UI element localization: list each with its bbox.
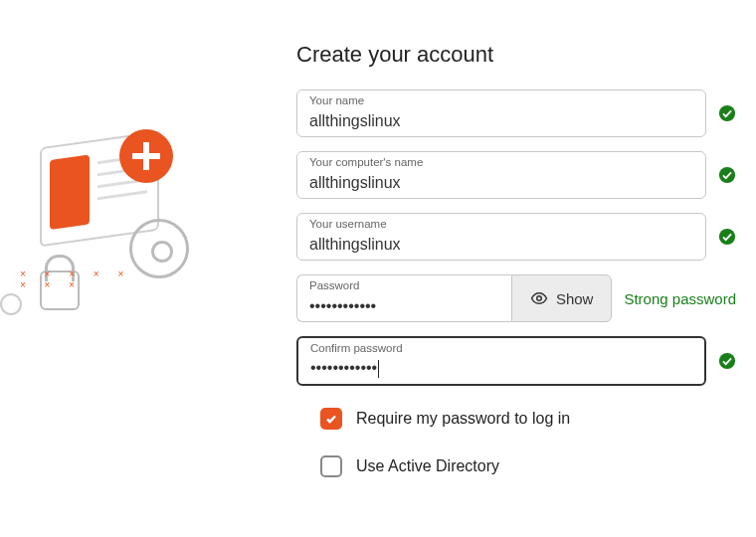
password-field[interactable]: Password •••••••••••• <box>296 274 511 322</box>
page-title: Create your account <box>296 42 736 68</box>
check-icon <box>718 104 736 122</box>
computer-name-label: Your computer's name <box>309 156 423 168</box>
show-password-button[interactable]: Show <box>511 274 613 322</box>
password-label: Password <box>309 279 360 291</box>
confirm-password-field[interactable]: Confirm password •••••••••••• <box>296 336 706 386</box>
svg-point-0 <box>719 105 735 121</box>
username-input[interactable] <box>309 236 693 254</box>
name-field[interactable]: Your name <box>296 90 706 137</box>
form-panel: Create your account Your name Your compu… <box>279 0 756 537</box>
plus-icon <box>119 129 173 183</box>
eye-icon <box>530 289 548 307</box>
gear-icon <box>129 219 189 278</box>
small-gear-icon <box>0 293 22 315</box>
active-directory-checkbox[interactable] <box>320 455 342 477</box>
computer-name-field[interactable]: Your computer's name <box>296 151 706 199</box>
password-strength: Strong password <box>624 290 736 307</box>
show-password-label: Show <box>556 290 594 307</box>
username-field[interactable]: Your username <box>296 213 706 261</box>
active-directory-label: Use Active Directory <box>356 457 499 475</box>
require-password-label: Require my password to log in <box>356 410 570 428</box>
confirm-password-input[interactable]: •••••••••••• <box>310 359 692 378</box>
check-icon <box>718 166 736 184</box>
check-icon <box>718 352 736 370</box>
name-input[interactable] <box>309 112 693 130</box>
confirm-password-label: Confirm password <box>310 342 403 354</box>
svg-point-1 <box>719 167 735 183</box>
require-password-checkbox[interactable] <box>320 408 342 430</box>
svg-point-4 <box>719 353 735 369</box>
computer-name-input[interactable] <box>309 174 693 192</box>
name-label: Your name <box>309 94 364 106</box>
check-icon <box>718 228 736 246</box>
text-caret <box>378 360 379 378</box>
checkmark-icon <box>324 412 338 426</box>
require-password-option[interactable]: Require my password to log in <box>320 408 736 430</box>
svg-point-3 <box>537 296 542 301</box>
svg-point-2 <box>719 229 735 245</box>
account-illustration: × × × × ×× × × <box>0 119 219 378</box>
username-label: Your username <box>309 218 387 230</box>
illustration-panel: × × × × ×× × × <box>0 0 279 537</box>
password-input[interactable]: •••••••••••• <box>309 297 499 315</box>
active-directory-option[interactable]: Use Active Directory <box>320 455 736 477</box>
